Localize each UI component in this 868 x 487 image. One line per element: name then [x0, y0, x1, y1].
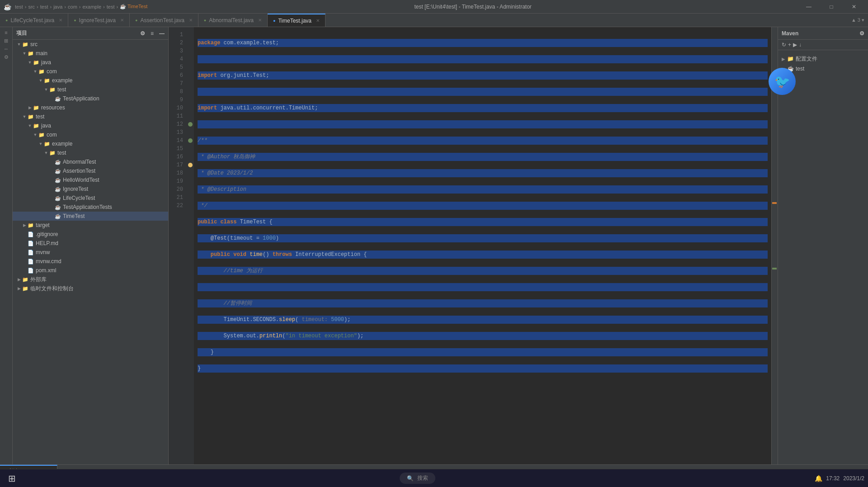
- project-panel-header: 项目 ⚙ ≡ —: [13, 27, 168, 40]
- hierarchy-btn[interactable]: ⊞: [3, 37, 10, 44]
- align-btn[interactable]: ↔: [3, 45, 10, 52]
- settings-strip-btn[interactable]: ⚙: [3, 53, 10, 61]
- project-title: 项目: [16, 29, 27, 37]
- line-numbers: 12345 678910 1112131415 1617181920 2122: [169, 27, 187, 464]
- tree-target[interactable]: ▶📁target: [13, 221, 168, 230]
- tree-abnormaltest[interactable]: ☕AbnormalTest: [13, 157, 168, 166]
- search-icon: 🔍: [407, 475, 414, 482]
- tree-scratch[interactable]: ▶📁临时文件和控制台: [13, 284, 168, 293]
- tab-timetest[interactable]: ● TimeTest.java ✕: [268, 14, 326, 27]
- tab-extra: ▲ 3 ▾: [848, 14, 868, 27]
- scroll-marker-warning: [772, 202, 777, 204]
- tree-timetest[interactable]: ☕TimeTest: [13, 212, 168, 221]
- maven-title: Maven: [782, 30, 798, 37]
- start-button[interactable]: ⊞: [4, 470, 20, 487]
- tab-assertion[interactable]: ● AssertionTest.java ✕: [130, 14, 198, 27]
- breadcrumb-timetest: ☕ TimeTest: [120, 4, 147, 9]
- breadcrumb-test2: test: [40, 4, 48, 9]
- breadcrumb-example: example: [82, 4, 101, 9]
- tree-test-java[interactable]: ▼📁java: [13, 121, 168, 130]
- tab-lifecycle[interactable]: ● LifeCycleTest.java ✕: [0, 14, 68, 27]
- window-title: test [E:\Unit4\test] - TimeTest.java - A…: [147, 4, 798, 10]
- close-lifecycle-tab[interactable]: ✕: [59, 18, 62, 23]
- breadcrumb-com: com: [68, 4, 77, 9]
- tree-main[interactable]: ▼📁main: [13, 49, 168, 58]
- maven-run-btn[interactable]: ▶: [793, 42, 797, 48]
- title-icon: ☕: [4, 3, 11, 10]
- close-ignore-tab[interactable]: ✕: [120, 18, 124, 23]
- project-panel: 项目 ⚙ ≡ — ▼📁src ▼📁main ▼📁java ▼📁com ▼📁exa…: [13, 27, 169, 464]
- breadcrumb-test: test: [15, 4, 23, 9]
- maven-tree: ▶ 📁 配置文件 ▶ ☕ test: [778, 50, 868, 464]
- close-button[interactable]: ✕: [844, 0, 864, 14]
- far-left-strip: ≡ ⊞ ↔ ⚙: [0, 27, 13, 464]
- close-timetest-tab[interactable]: ✕: [316, 18, 320, 23]
- tree-lifecycletest[interactable]: ☕LifeCycleTest: [13, 194, 168, 203]
- tree-src[interactable]: ▼📁src: [13, 40, 168, 49]
- project-collapse-btn[interactable]: —: [159, 30, 165, 37]
- minimize-button[interactable]: —: [798, 0, 819, 14]
- windows-taskbar: ⊞ 🔍 搜索 🔔 17:32 2023/1/2: [0, 469, 868, 487]
- titlebar: ☕ test › src › test › java › com › examp…: [0, 0, 868, 14]
- scroll-marker-ok: [772, 268, 777, 270]
- maven-panel: Maven ⚙ ↻ + ▶ ↓ ▶ 📁 配置文件 ▶ ☕ test 🐦: [778, 27, 868, 464]
- project-expand-btn[interactable]: ≡: [151, 30, 154, 37]
- tree-test[interactable]: ▼📁test: [13, 112, 168, 121]
- intellij-logo: 🐦: [769, 68, 796, 95]
- project-tree: ▼📁src ▼📁main ▼📁java ▼📁com ▼📁example ▼📁te…: [13, 40, 168, 464]
- maven-sync-btn[interactable]: ↻: [782, 42, 786, 48]
- tree-resources[interactable]: ▶📁resources: [13, 103, 168, 112]
- tree-testapptests[interactable]: ☕TestApplicationTests: [13, 203, 168, 212]
- tree-main-com[interactable]: ▼📁com: [13, 67, 168, 76]
- taskbar-center: 🔍 搜索: [20, 473, 815, 484]
- breadcrumb-src: src: [28, 4, 35, 9]
- maven-panel-header: Maven ⚙: [778, 27, 868, 40]
- tree-main-test[interactable]: ▼📁test: [13, 85, 168, 94]
- tree-test-com[interactable]: ▼📁com: [13, 130, 168, 139]
- tray-time: 17:32: [826, 475, 840, 482]
- maven-download-btn[interactable]: ↓: [799, 42, 802, 48]
- search-bar[interactable]: 🔍 搜索: [400, 473, 435, 484]
- breadcrumb-test3: test: [107, 4, 115, 9]
- tray-icon-1: 🔔: [815, 475, 822, 482]
- tree-gitignore[interactable]: 📄.gitignore: [13, 230, 168, 239]
- gutter-marker-warn: [188, 163, 193, 167]
- gutter: [187, 27, 194, 464]
- structure-btn[interactable]: ≡: [3, 29, 10, 36]
- tree-pomxml[interactable]: 📄pom.xml: [13, 266, 168, 275]
- project-settings-btn[interactable]: ⚙: [140, 30, 145, 37]
- tree-assertiontest[interactable]: ☕AssertionTest: [13, 166, 168, 175]
- main-layout: ≡ ⊞ ↔ ⚙ 项目 ⚙ ≡ — ▼📁src ▼📁main ▼📁java ▼📁c…: [0, 27, 868, 464]
- close-assertion-tab[interactable]: ✕: [189, 18, 193, 23]
- tab-ignore[interactable]: ● IgnoreTest.java ✕: [68, 14, 130, 27]
- gutter-marker-run1: [188, 122, 193, 127]
- maven-add-btn[interactable]: +: [788, 42, 791, 48]
- maximize-button[interactable]: □: [821, 0, 842, 14]
- tab-spacer: [326, 14, 848, 27]
- window-controls: — □ ✕: [798, 0, 864, 14]
- error-badge: ▲ 3 ▾: [851, 17, 864, 23]
- tree-testapp[interactable]: ☕TestApplication: [13, 94, 168, 103]
- tree-main-example[interactable]: ▼📁example: [13, 76, 168, 85]
- tree-mvnwcmd[interactable]: 📄mvnw.cmd: [13, 257, 168, 266]
- tree-helloworldtest[interactable]: ☕HelloWorldTest: [13, 175, 168, 184]
- maven-settings-btn[interactable]: ⚙: [859, 30, 864, 37]
- tab-abnormal[interactable]: ● AbnormalTest.java ✕: [198, 14, 268, 27]
- tree-helpmd[interactable]: 📄HELP.md: [13, 239, 168, 248]
- tree-test-example[interactable]: ▼📁example: [13, 139, 168, 148]
- tree-main-java[interactable]: ▼📁java: [13, 58, 168, 67]
- breadcrumb-java: java: [53, 4, 62, 9]
- tree-ignoretest[interactable]: ☕IgnoreTest: [13, 184, 168, 194]
- tree-mvnw[interactable]: 📄mvnw: [13, 248, 168, 257]
- system-tray: 🔔 17:32 2023/1/2: [815, 475, 864, 482]
- maven-item-config[interactable]: ▶ 📁 配置文件: [782, 54, 864, 64]
- editor-tabbar: ● LifeCycleTest.java ✕ ● IgnoreTest.java…: [0, 14, 868, 27]
- close-abnormal-tab[interactable]: ✕: [258, 18, 262, 23]
- maven-toolbar: ↻ + ▶ ↓: [778, 40, 868, 50]
- tree-test-test[interactable]: ▼📁test: [13, 148, 168, 157]
- editor-area: 12345 678910 1112131415 1617181920 2122 …: [169, 27, 778, 464]
- tray-date: 2023/1/2: [843, 475, 864, 482]
- code-editor[interactable]: package com.example.test; import org.jun…: [194, 27, 771, 464]
- tree-external-libs[interactable]: ▶📁外部库: [13, 275, 168, 284]
- code-area: 12345 678910 1112131415 1617181920 2122 …: [169, 27, 778, 464]
